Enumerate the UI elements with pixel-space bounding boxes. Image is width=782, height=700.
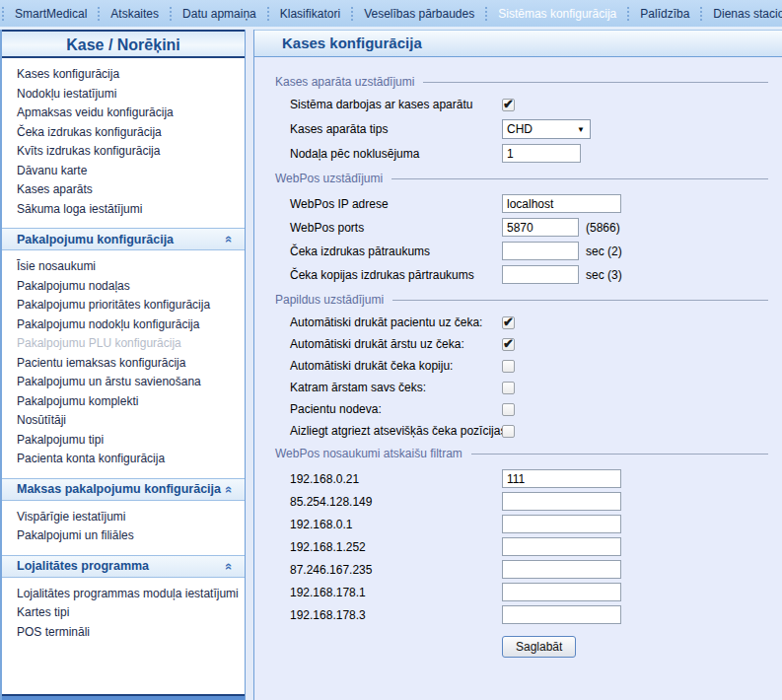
- section-legend: Papildus uzstādījumi: [275, 293, 768, 307]
- main-panel: Kases konfigurācija Kases aparāta uzstād…: [253, 30, 782, 700]
- pacientu-nodeva-checkbox[interactable]: [502, 403, 515, 416]
- menu-item-dienas-stacionars[interactable]: Dienas stacionārs: [700, 0, 782, 27]
- top-menu-bar: SmartMedical Atskaites Datu apmaiņa Klas…: [0, 0, 782, 27]
- sidebar-item-kvits-izdrukas-konfiguracija[interactable]: Kvīts izdrukas konfigurācija: [2, 142, 245, 162]
- sidebar-group-cash: Kases konfigurācija Nodokļu iestatījumi …: [2, 58, 245, 228]
- sidebar-item-sakuma-loga-iestatijumi[interactable]: Sākuma loga iestātījumi: [2, 200, 245, 220]
- group-title: Pakalpojumu konfigurācija: [17, 233, 174, 246]
- ip-label: 192.168.178.1: [290, 586, 502, 599]
- sidebar-group-services: Īsie nosaukumi Pakalpojumu nodaļas Pakal…: [2, 250, 245, 478]
- sidebar-item-pakalpojumu-tipi[interactable]: Pakalpojumu tipi: [2, 431, 245, 451]
- sidebar-item-pakalpojumu-prioritates[interactable]: Pakalpojumu prioritātes konfigurācija: [2, 296, 245, 315]
- ip-filter-input-3[interactable]: [502, 537, 621, 556]
- ip-label: 192.168.0.21: [290, 472, 502, 486]
- sidebar-item-pacientu-iemaksas[interactable]: Pacientu iemaksas konfigurācija: [2, 354, 245, 374]
- sidebar-item-kases-aparats[interactable]: Kases aparāts: [2, 180, 245, 200]
- field-hint: sec (3): [586, 268, 622, 282]
- ip-filter-input-4[interactable]: [502, 560, 621, 579]
- field-label: Katram ārstam savs čeks:: [290, 381, 502, 394]
- sidebar-item-davanu-karte[interactable]: Dāvanu karte: [2, 162, 245, 181]
- sidebar-item-isie-nosaukumi[interactable]: Īsie nosaukumi: [2, 257, 245, 277]
- sidebar-item-lojalitates-modula-iestatijumi[interactable]: Lojalitātes programmas moduļa iestatījum…: [2, 585, 245, 604]
- webpos-ip-input[interactable]: [502, 194, 621, 213]
- group-header-maksas-pakalpojumu[interactable]: Maksas pakalpojumu konfigurācija «: [2, 478, 245, 501]
- sidebar-item-pos-terminali[interactable]: POS termināli: [2, 623, 245, 643]
- field-label: Čeka izdrukas pātraukums: [290, 245, 502, 258]
- ip-filter-input-1[interactable]: [502, 492, 621, 511]
- ceka-izdrukas-partraukums-input[interactable]: [502, 242, 579, 260]
- ip-filter-input-6[interactable]: [502, 605, 621, 624]
- auto-drukat-kopiju-checkbox[interactable]: [502, 360, 515, 373]
- group-header-lojalitates-programma[interactable]: Lojalitātes programma «: [2, 555, 245, 578]
- sidebar-group-loyalty: Lojalitātes programmas moduļa iestatījum…: [2, 578, 245, 652]
- sidebar-item-visparigie-iestatijumi[interactable]: Vispārīgie iestatījumi: [2, 508, 245, 527]
- field-label: Nodaļa pēc noklusējuma: [290, 147, 502, 161]
- group-title: Maksas pakalpojumu konfigurācija: [17, 482, 221, 496]
- sistema-darbojas-checkbox[interactable]: [502, 99, 515, 111]
- legend-text: WebPos nosaukumi atskaišu filtram: [275, 447, 462, 460]
- sidebar-item-pakalpojumu-plu: Pakalpojumu PLU konfigurācija: [2, 334, 245, 354]
- panel-divider: [246, 30, 253, 700]
- content-row: Kase / Norēķini Kases konfigurācija Nodo…: [0, 30, 782, 700]
- ip-filter-input-2[interactable]: [502, 515, 621, 533]
- sidebar-panel: Kase / Norēķini Kases konfigurācija Nodo…: [0, 30, 246, 700]
- sidebar-item-apmaksas-veidu-konfiguracija[interactable]: Apmaksas veidu konfigurācija: [2, 104, 245, 123]
- sidebar-item-pakalpojumu-komplekti[interactable]: Pakalpojumu komplekti: [2, 392, 245, 412]
- sidebar-item-kartes-tipi[interactable]: Kartes tipi: [2, 603, 245, 623]
- nodala-pec-noklusejuma-input[interactable]: [502, 144, 581, 163]
- field-label: Automātiski drukāt ārstu uz čeka:: [290, 337, 502, 351]
- ceka-kopijas-partraukums-input[interactable]: [502, 265, 579, 284]
- webpos-ports-input[interactable]: [502, 218, 579, 237]
- sidebar-item-kases-konfiguracija[interactable]: Kases konfigurācija: [2, 65, 245, 85]
- sidebar-item-pakalpojumu-un-arstu-savienosana[interactable]: Pakalpojumu un ārstu savienošana: [2, 373, 245, 392]
- save-button[interactable]: Saglabāt: [502, 636, 576, 658]
- auto-drukat-arstu-checkbox[interactable]: [502, 338, 515, 351]
- select-value: CHD: [507, 122, 533, 136]
- legend-text: Kases aparāta uzstādījumi: [275, 75, 414, 89]
- app-window: SmartMedical Atskaites Datu apmaiņa Klas…: [0, 0, 782, 700]
- field-label: Kases aparāta tips: [290, 122, 502, 136]
- kases-aparata-tips-select[interactable]: CHD ▼: [502, 119, 591, 139]
- sidebar-item-pakalpojumu-nodalas[interactable]: Pakalpojumu nodaļas: [2, 277, 245, 297]
- sidebar-item-nodoklu-iestatijumi[interactable]: Nodokļu iestatījumi: [2, 85, 245, 105]
- collapse-up-icon[interactable]: «: [223, 236, 236, 243]
- menu-item-smartmedical[interactable]: SmartMedical: [2, 0, 98, 27]
- page-title: Kases konfigurācija: [254, 30, 782, 57]
- menu-item-palidziba[interactable]: Palīdzība: [627, 0, 700, 27]
- group-header-pakalpojumu-konfiguracija[interactable]: Pakalpojumu konfigurācija «: [2, 228, 245, 250]
- sidebar-item-pakalpojumi-un-filiales[interactable]: Pakalpojumi un filiāles: [2, 526, 245, 546]
- collapse-up-icon[interactable]: «: [223, 485, 236, 492]
- field-label: Aizliegt atgriezt atsevišķās čeka pozīci…: [290, 424, 502, 438]
- sidebar-item-pakalpojumu-nodoklu[interactable]: Pakalpojumu nodokļu konfigurācija: [2, 315, 245, 335]
- legend-line: [391, 178, 768, 179]
- sidebar-item-pacienta-konta-konfiguracija[interactable]: Pacienta konta konfigurācija: [2, 450, 245, 469]
- menu-item-klasifikatori[interactable]: Klasifikatori: [267, 0, 351, 27]
- ip-label: 85.254.128.149: [290, 495, 502, 509]
- aizliegt-atgriezt-pozicijas-checkbox[interactable]: [502, 425, 515, 438]
- section-legend: WebPos nosaukumi atskaišu filtram: [275, 447, 768, 460]
- sidebar-title: Kase / Norēķini: [2, 30, 245, 58]
- field-label: Automātiski drukāt čeka kopiju:: [290, 359, 502, 373]
- sidebar-item-nosutitaji[interactable]: Nosūtītāji: [2, 411, 245, 431]
- legend-line: [392, 300, 768, 301]
- collapse-up-icon[interactable]: «: [223, 562, 236, 569]
- katram-arstam-savs-ceks-checkbox[interactable]: [502, 382, 515, 394]
- legend-line: [423, 82, 768, 83]
- menu-item-atskaites[interactable]: Atskaites: [98, 0, 170, 27]
- ip-label: 87.246.167.235: [290, 563, 502, 577]
- menu-item-veselibas-parbaudes[interactable]: Veselības pārbaudes: [351, 0, 485, 27]
- field-label: WebPos ports: [290, 221, 502, 235]
- field-label: WebPos IP adrese: [290, 197, 502, 211]
- ip-filter-input-5[interactable]: [502, 583, 621, 601]
- field-label: Sistēma darbojas ar kases aparātu: [290, 98, 502, 111]
- legend-line: [471, 454, 768, 455]
- menu-item-datu-apmaina[interactable]: Datu apmaiņa: [170, 0, 267, 27]
- auto-drukat-pacientu-checkbox[interactable]: [502, 316, 515, 329]
- field-label: Pacientu nodeva:: [290, 402, 502, 416]
- field-hint: (5866): [586, 221, 620, 235]
- menu-item-sistemas-konfiguracija[interactable]: Sistēmas konfigurācija: [485, 0, 627, 27]
- ip-label: 192.168.178.3: [290, 608, 502, 622]
- group-title: Lojalitātes programma: [17, 559, 149, 573]
- ip-filter-input-0[interactable]: [502, 469, 621, 488]
- sidebar-item-ceka-izdrukas-konfiguracija[interactable]: Čeka izdrukas konfigurācija: [2, 123, 245, 143]
